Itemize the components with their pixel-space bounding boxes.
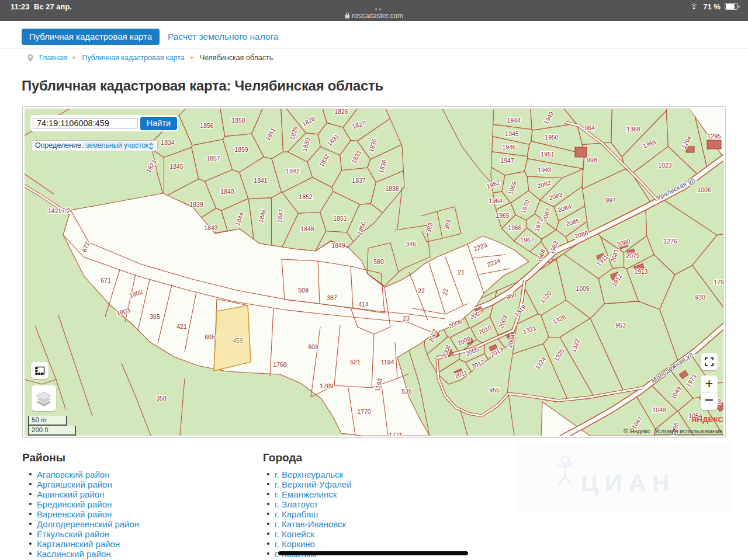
svg-text:1845: 1845 [169, 163, 183, 170]
svg-text:1837: 1837 [352, 177, 366, 184]
svg-text:1768: 1768 [273, 361, 287, 368]
svg-text:421: 421 [176, 323, 187, 330]
svg-text:1009: 1009 [576, 285, 590, 292]
svg-text:1276: 1276 [663, 238, 677, 245]
svg-text:1006: 1006 [697, 186, 711, 193]
svg-text:1843: 1843 [204, 224, 218, 231]
svg-text:1966: 1966 [508, 224, 522, 231]
svg-text:1023: 1023 [658, 162, 672, 169]
svg-text:1770: 1770 [357, 408, 371, 415]
svg-text:1944: 1944 [507, 117, 521, 124]
svg-text:14217/2: 14217/2 [48, 207, 70, 214]
svg-text:1947: 1947 [500, 157, 514, 164]
svg-text:1858: 1858 [231, 117, 245, 124]
svg-text:509: 509 [298, 287, 309, 294]
svg-text:358: 358 [156, 395, 167, 402]
svg-text:22: 22 [441, 288, 449, 296]
svg-text:1848: 1848 [300, 225, 314, 232]
svg-text:1838: 1838 [385, 185, 399, 192]
svg-text:1943: 1943 [538, 166, 552, 173]
svg-text:1839: 1839 [189, 201, 203, 208]
svg-text:1857: 1857 [206, 155, 220, 162]
svg-text:459: 459 [233, 337, 243, 344]
svg-text:953: 953 [615, 322, 626, 329]
svg-text:23: 23 [403, 315, 410, 322]
svg-text:964: 964 [584, 124, 595, 131]
svg-text:521: 521 [350, 359, 361, 366]
svg-text:609: 609 [308, 343, 318, 350]
svg-text:1842: 1842 [286, 168, 300, 175]
svg-text:1826: 1826 [334, 109, 348, 115]
svg-text:1048: 1048 [652, 406, 666, 413]
svg-text:1849: 1849 [331, 242, 345, 249]
svg-text:580: 580 [373, 258, 384, 265]
svg-text:1950: 1950 [545, 134, 559, 141]
svg-text:21: 21 [458, 269, 465, 276]
svg-text:1856: 1856 [200, 122, 214, 129]
svg-text:414: 414 [358, 301, 369, 308]
svg-text:1852: 1852 [299, 193, 313, 200]
svg-text:1295: 1295 [707, 133, 721, 140]
svg-text:1368: 1368 [626, 126, 640, 133]
svg-text:930: 930 [695, 294, 705, 301]
svg-text:1851: 1851 [333, 215, 347, 222]
svg-text:1913: 1913 [634, 268, 648, 275]
svg-text:1834: 1834 [161, 139, 175, 146]
svg-text:1859: 1859 [234, 146, 248, 153]
svg-text:346: 346 [406, 241, 416, 248]
svg-text:665: 665 [205, 333, 215, 340]
svg-text:955: 955 [489, 387, 500, 394]
svg-text:1965: 1965 [496, 212, 510, 219]
svg-text:1841: 1841 [254, 177, 268, 184]
svg-text:365: 365 [150, 313, 160, 320]
svg-text:1194: 1194 [381, 359, 394, 366]
svg-text:1945: 1945 [505, 130, 519, 137]
svg-text:998: 998 [587, 156, 597, 164]
svg-text:1967: 1967 [520, 236, 534, 244]
svg-text:2079: 2079 [626, 252, 640, 259]
svg-text:1946: 1946 [502, 144, 516, 151]
svg-text:1769: 1769 [320, 382, 334, 389]
svg-text:1964: 1964 [489, 197, 503, 204]
svg-text:1840: 1840 [220, 188, 234, 195]
svg-text:997: 997 [605, 197, 616, 204]
svg-text:671: 671 [101, 277, 111, 284]
svg-text:387: 387 [327, 294, 337, 301]
svg-text:1771: 1771 [389, 432, 403, 436]
svg-text:535: 535 [401, 388, 412, 395]
svg-text:1951: 1951 [541, 151, 555, 158]
svg-text:22: 22 [418, 287, 425, 294]
svg-text:1792: 1792 [714, 279, 723, 286]
